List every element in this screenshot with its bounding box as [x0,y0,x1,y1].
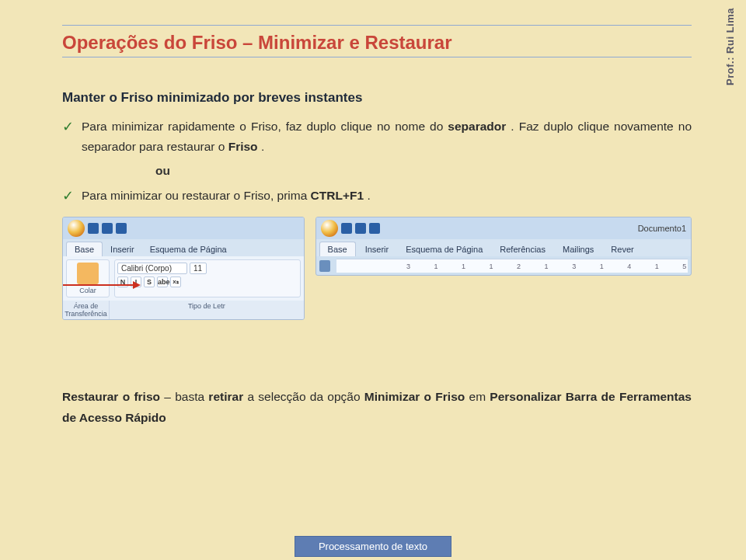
bullet-2: ✓ Para minimizar ou restaurar o Friso, p… [62,186,692,206]
paste-label: Colar [79,287,96,294]
checkmark-icon: ✓ [62,186,74,206]
ruler-toggle-icon[interactable] [319,260,331,272]
rule-top [62,25,692,26]
group-clipboard: Colar [66,259,110,297]
or-label: ou [155,164,692,178]
tab-base[interactable]: Base [66,242,103,256]
bullet-2-text-a: Para minimizar ou restaurar o Friso, pri… [82,189,311,202]
qat-redo-icon[interactable] [369,223,380,234]
qat-save-icon[interactable] [341,223,352,234]
checkmark-icon: ✓ [62,117,74,137]
restore-paragraph: Restaurar o friso – basta retirar a sele… [62,387,692,428]
group-label-font: Tipo de Letr [110,301,304,319]
bullet-1-text-c: . [261,140,264,153]
qat-undo-icon[interactable] [355,223,366,234]
tab-mailings[interactable]: Mailings [555,242,601,256]
screenshot-ribbon-minimized: Documento1 Base Inserir Esquema de Págin… [315,217,692,276]
bullet-1-bold-b: Friso [228,140,258,153]
office-button-icon[interactable] [68,220,85,237]
screenshot-ribbon-expanded: Base Inserir Esquema de Página Colar Cal… [62,217,305,320]
rule-bottom [62,57,692,57]
group-font: Calibri (Corpo) 11 N I S abe x₂ [114,259,301,297]
author-label: Prof.: Rui Lima [724,8,736,85]
restore-text-a: – basta [164,390,208,403]
paste-icon[interactable] [77,263,99,284]
restore-bold-c: Minimizar o Friso [364,390,465,403]
bullet-2-bold: CTRL+F1 [311,189,364,202]
restore-text-c: em [469,390,490,403]
restore-bold-a: Restaurar o friso [62,390,160,403]
bullet-1-bold-a: separador [448,120,506,133]
bullet-1: ✓ Para minimizar rapidamente o Friso, fa… [62,117,692,156]
tab-inserir[interactable]: Inserir [357,242,397,256]
doc-title-label: Documento1 [638,224,686,233]
tab-esquema[interactable]: Esquema de Página [398,242,490,256]
qat-save-icon[interactable] [88,223,99,234]
tab-base[interactable]: Base [319,242,356,256]
tab-inserir[interactable]: Inserir [103,242,142,256]
arrow-icon [63,284,139,286]
office-button-icon[interactable] [321,220,338,237]
restore-bold-b: retirar [208,390,243,403]
section-subtitle: Manter o Friso minimizado por breves ins… [62,90,692,106]
group-label-clipboard: Área de Transferência [63,301,110,319]
footer-label: Processamento de texto [295,536,451,557]
bullet-1-text-a: Para minimizar rapidamente o Friso, faz … [82,120,448,133]
qat-redo-icon[interactable] [116,223,127,234]
tab-rever[interactable]: Rever [603,242,641,256]
font-size-select[interactable]: 11 [190,263,207,274]
page-title: Operações do Friso – Minimizar e Restaur… [62,32,692,54]
qat-undo-icon[interactable] [102,223,113,234]
font-name-select[interactable]: Calibri (Corpo) [117,263,187,274]
restore-text-b: a selecção da opção [247,390,364,403]
bullet-2-text-b: . [367,189,370,202]
subscript-button[interactable]: x₂ [170,277,181,287]
screenshots-row: Base Inserir Esquema de Página Colar Cal… [62,217,692,320]
tab-referencias[interactable]: Referências [492,242,553,256]
horizontal-ruler: 3 1 1 1 2 1 3 1 4 1 5 [336,259,688,273]
strike-button[interactable]: abe [157,277,168,287]
footer: Processamento de texto [0,536,746,557]
underline-button[interactable]: S [144,277,155,287]
tab-esquema[interactable]: Esquema de Página [142,242,235,256]
